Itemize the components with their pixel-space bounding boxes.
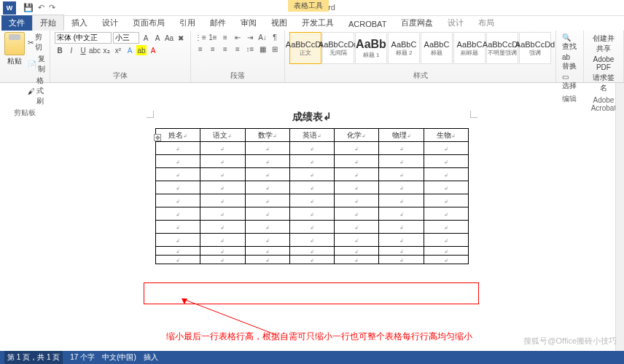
table-cell[interactable]: ↲ [200,142,245,155]
table-cell[interactable]: ↲ [289,234,334,247]
align-right-icon[interactable]: ≡ [220,44,230,54]
header-cell[interactable]: 语文↲ [200,129,245,142]
clear-format-icon[interactable]: ✖ [176,33,186,43]
bold-icon[interactable]: B [55,45,65,55]
table-cell[interactable]: ↲ [335,142,379,155]
table-cell[interactable]: ↲ [379,247,424,256]
table-cell[interactable]: ↲ [156,142,200,155]
italic-icon[interactable]: I [66,45,77,55]
table-cell[interactable]: ↲ [200,256,245,264]
align-center-icon[interactable]: ≡ [208,44,218,54]
line-spacing-icon[interactable]: ↕≡ [245,44,255,54]
table-cell[interactable]: ↲ [289,256,334,264]
status-insert[interactable]: 插入 [144,352,158,363]
table-cell[interactable]: ↲ [200,221,245,234]
table-cell[interactable]: ↲ [424,256,468,264]
quick-access-toolbar[interactable]: 💾 ↶ ↷ [19,3,60,12]
table-cell[interactable]: ↲ [245,234,289,247]
header-cell[interactable]: 英语↲ [289,129,334,142]
table-cell[interactable]: ↲ [200,181,245,194]
change-case-icon[interactable]: Aa [164,33,174,43]
table-cell[interactable]: ↲ [379,142,424,155]
style-标题[interactable]: AaBbC标题 [421,32,453,64]
tab-file[interactable]: 文件 [1,15,32,31]
table-cell[interactable]: ↲ [200,168,245,181]
table-cell[interactable]: ↲ [335,181,379,194]
style-强调[interactable]: AaBbCcDd强调 [519,32,551,64]
table-cell[interactable]: ↲ [289,247,334,256]
table-cell[interactable]: ↲ [424,142,468,155]
style-无间隔[interactable]: AaBbCcDd无间隔 [322,32,354,64]
table-cell[interactable]: ↲ [424,247,468,256]
table-cell[interactable]: ↲ [156,168,200,181]
table-cell[interactable]: ↲ [379,256,424,264]
borders-icon[interactable]: ⊞ [270,44,280,54]
align-left-icon[interactable]: ≡ [195,44,206,54]
table-cell[interactable]: ↲ [289,155,334,168]
font-color-icon[interactable]: A [148,45,158,55]
highlight-icon[interactable]: ab [136,45,147,55]
table-cell[interactable]: ↲ [379,181,424,194]
table-cell[interactable]: ↲ [200,207,245,221]
select-button[interactable]: ▭ 选择 [562,73,577,91]
table-cell[interactable]: ↲ [200,247,245,256]
table-cell[interactable]: ↲ [156,221,200,234]
indent-right-icon[interactable]: ⇥ [245,32,255,42]
table-cell[interactable]: ↲ [379,155,424,168]
vertical-scrollbar[interactable] [615,83,624,351]
tab-review[interactable]: 审阅 [233,15,264,31]
table-cell[interactable]: ↲ [335,221,379,234]
indent-left-icon[interactable]: ⇤ [233,32,243,42]
table-cell[interactable]: ↲ [156,155,200,168]
multilevel-icon[interactable]: ≡ [220,32,230,42]
table-cell[interactable]: ↲ [335,256,379,264]
table-cell[interactable]: ↲ [156,256,200,264]
table-cell[interactable]: ↲ [200,155,245,168]
tab-developer[interactable]: 开发工具 [295,15,341,31]
table-cell[interactable]: ↲ [245,256,289,264]
table-cell[interactable]: ↲ [335,168,379,181]
table-cell[interactable]: ↲ [379,221,424,234]
bullets-icon[interactable]: ⋮≡ [195,32,206,42]
table-cell[interactable]: ↲ [289,221,334,234]
status-words[interactable]: 17 个字 [70,352,95,363]
header-cell[interactable]: 数学↲ [245,129,289,142]
table-cell[interactable]: ↲ [335,207,379,221]
font-size-select[interactable] [113,32,139,44]
justify-icon[interactable]: ≡ [233,44,243,54]
table-cell[interactable]: ↲ [289,181,334,194]
table-cell[interactable]: ↲ [156,207,200,221]
table-cell[interactable]: ↲ [424,207,468,221]
table-cell[interactable]: ↲ [335,155,379,168]
table-cell[interactable]: ↲ [424,168,468,181]
replace-button[interactable]: ab 替换 [562,53,577,71]
paste-button[interactable]: 粘贴 [4,32,25,106]
tab-view[interactable]: 视图 [264,15,295,31]
style-副标题[interactable]: AaBbC副标题 [453,32,485,64]
grow-font-icon[interactable]: A [141,33,151,43]
table-cell[interactable]: ↲ [245,247,289,256]
header-cell[interactable]: 生物↲ [424,129,468,142]
undo-icon[interactable]: ↶ [38,3,44,12]
table-cell[interactable]: ↲ [424,155,468,168]
header-cell[interactable]: 姓名↲ [156,129,200,142]
table-cell[interactable]: ↲ [424,221,468,234]
table-cell[interactable]: ↲ [424,194,468,207]
style-标题 2[interactable]: AaBbC标题 2 [388,32,420,64]
table-cell[interactable]: ↲ [245,142,289,155]
strike-icon[interactable]: abc [90,45,100,55]
show-marks-icon[interactable]: ¶ [270,32,280,42]
numbering-icon[interactable]: 1≡ [208,32,218,42]
font-name-select[interactable] [55,32,112,44]
copy-button[interactable]: 📄 复制 [28,54,45,74]
text-effects-icon[interactable]: A [125,45,135,55]
tab-references[interactable]: 引用 [172,15,203,31]
grades-table[interactable]: 姓名↲语文↲数学↲英语↲化学↲物理↲生物↲↲↲↲↲↲↲↲↲↲↲↲↲↲↲↲↲↲↲↲… [155,128,469,264]
style-标题 1[interactable]: AaBb标题 1 [355,32,387,64]
style-正文[interactable]: AaBbCcDd正文 [289,32,321,64]
status-lang[interactable]: 中文(中国) [102,352,136,363]
table-cell[interactable]: ↲ [335,194,379,207]
tab-insert[interactable]: 插入 [64,15,95,31]
style-不明显强调[interactable]: AaBbCcDd不明显强调 [486,32,518,64]
header-cell[interactable]: 物理↲ [379,129,424,142]
